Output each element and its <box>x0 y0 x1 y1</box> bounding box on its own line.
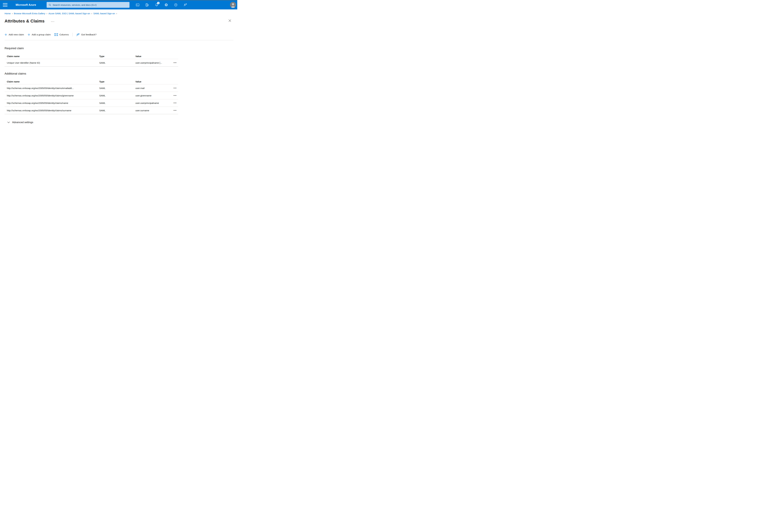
additional-claims-heading: Additional claims <box>5 72 237 75</box>
avatar-icon <box>230 2 236 8</box>
hamburger-icon <box>3 3 8 4</box>
plus-icon <box>28 33 30 36</box>
table-header-row: Claim name Type Value <box>5 54 178 59</box>
feedback-button[interactable] <box>183 3 187 7</box>
page-title: Attributes & Claims <box>5 19 45 23</box>
toolbar-rule <box>5 40 233 40</box>
table-row[interactable]: http://schemas.xmlsoap.org/ws/2005/05/id… <box>5 92 178 99</box>
gear-icon <box>164 3 168 7</box>
notifications-button[interactable]: 2 <box>155 3 159 7</box>
add-group-claim-label: Add a group claim <box>32 33 51 36</box>
breadcrumb-separator: › <box>115 12 118 15</box>
claim-type-cell: SAML <box>99 94 136 97</box>
claim-name-cell: http://schemas.xmlsoap.org/ws/2005/05/id… <box>5 94 99 97</box>
row-menu-button[interactable]: ••• <box>174 94 178 97</box>
claim-type-cell: SAML <box>99 61 136 64</box>
column-header-value: Value <box>136 55 172 58</box>
breadcrumb-home[interactable]: Home <box>5 12 11 15</box>
columns-button[interactable]: Columns <box>54 33 69 36</box>
table-row[interactable]: http://schemas.xmlsoap.org/ws/2005/05/id… <box>5 107 178 114</box>
directory-filter-button[interactable] <box>145 3 149 7</box>
row-menu-button[interactable]: ••• <box>174 87 178 89</box>
azure-portal-page: Microsoft Azure <box>0 0 237 133</box>
additional-claims-table: Claim name Type Value http://schemas.xml… <box>5 79 178 114</box>
add-new-claim-label: Add new claim <box>9 33 24 36</box>
breadcrumb-entra-gallery[interactable]: Browse Microsoft Entra Gallery <box>14 12 45 15</box>
row-menu-button[interactable]: ••• <box>174 61 178 64</box>
title-more-menu-button[interactable]: ··· <box>51 20 55 22</box>
claim-name-cell: http://schemas.xmlsoap.org/ws/2005/05/id… <box>5 87 99 89</box>
directory-filter-icon <box>145 3 149 7</box>
help-icon: ? <box>174 3 178 7</box>
add-new-claim-button[interactable]: Add new claim <box>5 33 24 36</box>
cloud-shell-icon <box>136 3 140 7</box>
advanced-settings-label: Advanced settings <box>12 121 33 124</box>
table-row[interactable]: http://schemas.xmlsoap.org/ws/2005/05/id… <box>5 99 178 107</box>
breadcrumb: Home›Browse Microsoft Entra Gallery›Azur… <box>5 12 237 15</box>
search-input[interactable] <box>53 4 128 6</box>
got-feedback-label: Got feedback? <box>81 33 97 36</box>
claim-value-cell: user.mail <box>136 87 172 89</box>
claim-value-cell: user.surname <box>136 109 172 112</box>
chevron-down-icon <box>7 122 10 123</box>
claim-type-cell: SAML <box>99 109 136 112</box>
table-header-row: Claim name Type Value <box>5 79 178 84</box>
column-header-value: Value <box>136 80 172 83</box>
claim-name-cell: http://schemas.xmlsoap.org/ws/2005/05/id… <box>5 109 99 112</box>
search-icon <box>48 4 51 6</box>
got-feedback-button[interactable]: Got feedback? <box>76 33 97 36</box>
table-row[interactable]: http://schemas.xmlsoap.org/ws/2005/05/id… <box>5 84 178 92</box>
columns-icon <box>54 33 58 36</box>
settings-button[interactable] <box>164 3 168 7</box>
column-header-type: Type <box>99 55 136 58</box>
notification-badge: 2 <box>157 2 160 4</box>
command-bar: Add new claim Add a group claim Columns … <box>5 33 237 37</box>
row-menu-button[interactable]: ••• <box>174 109 178 112</box>
page-title-row: Attributes & Claims ··· <box>0 18 237 24</box>
breadcrumb-saml-sso[interactable]: Azure SAML SSO | SAML-based Sign-on <box>48 12 90 15</box>
column-header-claim-name: Claim name <box>5 55 99 58</box>
claim-type-cell: SAML <box>99 87 136 89</box>
hamburger-menu-button[interactable] <box>3 3 8 7</box>
global-search-box[interactable] <box>47 2 130 8</box>
required-claim-heading: Required claim <box>5 47 237 50</box>
plus-icon <box>5 33 7 36</box>
claim-value-cell: user.givenname <box>136 94 172 97</box>
table-row[interactable]: Unique User Identifier (Name ID) SAML us… <box>5 59 178 66</box>
topbar-icon-group: 2 ? <box>136 0 187 9</box>
breadcrumb-separator: › <box>11 12 14 15</box>
claim-type-cell: SAML <box>99 102 136 104</box>
breadcrumb-separator: › <box>45 12 48 15</box>
claim-name-cell: Unique User Identifier (Name ID) <box>5 61 99 64</box>
account-avatar[interactable] <box>230 2 236 8</box>
azure-brand[interactable]: Microsoft Azure <box>16 0 36 9</box>
column-header-type: Type <box>99 80 136 83</box>
close-icon <box>228 19 231 22</box>
person-feedback-icon <box>183 3 187 7</box>
row-menu-button[interactable]: ••• <box>174 102 178 104</box>
column-header-claim-name: Claim name <box>5 80 99 83</box>
breadcrumb-saml-signon[interactable]: SAML-based Sign-on <box>93 12 115 15</box>
add-group-claim-button[interactable]: Add a group claim <box>28 33 51 36</box>
breadcrumb-separator: › <box>90 12 93 15</box>
claim-name-cell: http://schemas.xmlsoap.org/ws/2005/05/id… <box>5 102 99 104</box>
azure-top-bar: Microsoft Azure <box>0 0 237 9</box>
close-blade-button[interactable] <box>228 19 232 23</box>
svg-text:?: ? <box>175 4 176 6</box>
cloud-shell-button[interactable] <box>136 3 140 7</box>
feedback-icon <box>76 33 80 36</box>
required-claim-table: Claim name Type Value Unique User Identi… <box>5 54 178 66</box>
advanced-settings-toggle[interactable]: Advanced settings <box>7 121 33 124</box>
claim-value-cell: user.userprincipalname <box>136 102 172 104</box>
help-button[interactable]: ? <box>174 3 178 7</box>
columns-label: Columns <box>60 33 69 36</box>
claim-value-cell: user.userprincipalname [... <box>136 61 172 64</box>
